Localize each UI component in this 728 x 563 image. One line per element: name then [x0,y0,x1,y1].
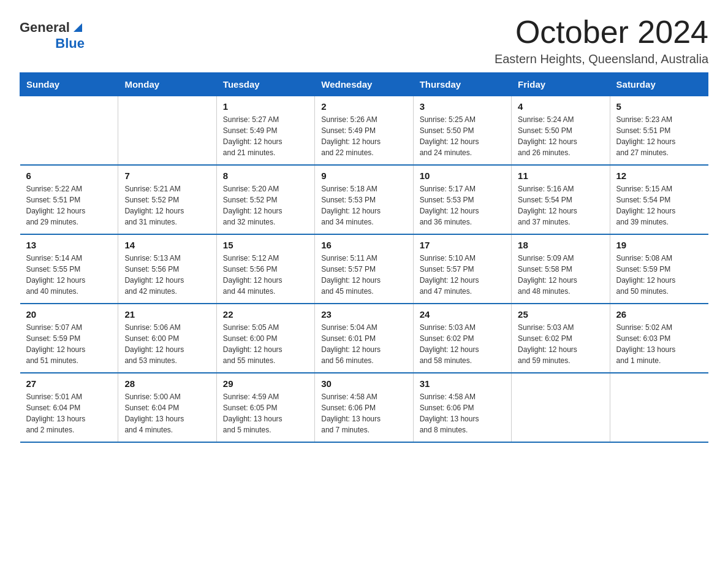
day-number: 4 [518,101,603,112]
weekday-header-tuesday: Tuesday [216,73,314,96]
day-number: 17 [420,240,505,250]
day-number: 6 [26,170,112,181]
day-info: Sunrise: 5:12 AM Sunset: 5:56 PM Dayligh… [223,253,308,297]
logo-triangle-icon [71,21,85,34]
calendar-cell: 18Sunrise: 5:09 AM Sunset: 5:58 PM Dayli… [512,234,610,304]
day-number: 2 [321,101,406,112]
day-number: 12 [616,170,702,181]
calendar-cell: 10Sunrise: 5:17 AM Sunset: 5:53 PM Dayli… [413,165,511,234]
calendar-cell [512,373,610,442]
location-title: Eastern Heights, Queensland, Australia [495,52,708,66]
day-number: 22 [223,309,308,320]
day-info: Sunrise: 5:21 AM Sunset: 5:52 PM Dayligh… [124,183,210,228]
day-info: Sunrise: 5:22 AM Sunset: 5:51 PM Dayligh… [26,183,112,228]
weekday-header-row: SundayMondayTuesdayWednesdayThursdayFrid… [20,73,708,96]
day-info: Sunrise: 5:26 AM Sunset: 5:49 PM Dayligh… [321,114,406,158]
calendar-cell: 29Sunrise: 4:59 AM Sunset: 6:05 PM Dayli… [216,373,314,442]
month-title: October 2024 [495,15,708,50]
calendar-cell: 1Sunrise: 5:27 AM Sunset: 5:49 PM Daylig… [216,96,314,166]
day-number: 14 [124,240,210,250]
weekday-header-wednesday: Wednesday [315,73,413,96]
day-number: 13 [26,240,112,250]
day-number: 3 [420,101,505,112]
title-block: October 2024 Eastern Heights, Queensland… [495,15,708,66]
calendar-cell: 26Sunrise: 5:02 AM Sunset: 6:03 PM Dayli… [610,304,708,373]
calendar-cell: 22Sunrise: 5:05 AM Sunset: 6:00 PM Dayli… [216,304,314,373]
day-info: Sunrise: 5:04 AM Sunset: 6:01 PM Dayligh… [321,322,406,366]
calendar-cell [118,96,216,166]
day-info: Sunrise: 5:02 AM Sunset: 6:03 PM Dayligh… [616,322,702,366]
calendar-cell: 4Sunrise: 5:24 AM Sunset: 5:50 PM Daylig… [512,96,610,166]
calendar-cell: 20Sunrise: 5:07 AM Sunset: 5:59 PM Dayli… [20,304,118,373]
day-info: Sunrise: 4:59 AM Sunset: 6:05 PM Dayligh… [223,391,308,435]
day-info: Sunrise: 5:03 AM Sunset: 6:02 PM Dayligh… [420,322,505,366]
day-number: 9 [321,170,406,181]
calendar-cell: 7Sunrise: 5:21 AM Sunset: 5:52 PM Daylig… [118,165,216,234]
weekday-header-monday: Monday [118,73,216,96]
calendar-table: SundayMondayTuesdayWednesdayThursdayFrid… [20,72,708,443]
day-number: 8 [223,170,308,181]
day-info: Sunrise: 5:15 AM Sunset: 5:54 PM Dayligh… [616,183,702,228]
day-number: 11 [518,170,603,181]
calendar-cell: 17Sunrise: 5:10 AM Sunset: 5:57 PM Dayli… [413,234,511,304]
day-info: Sunrise: 5:27 AM Sunset: 5:49 PM Dayligh… [223,114,308,158]
day-info: Sunrise: 5:10 AM Sunset: 5:57 PM Dayligh… [420,253,505,297]
calendar-cell: 21Sunrise: 5:06 AM Sunset: 6:00 PM Dayli… [118,304,216,373]
day-info: Sunrise: 5:20 AM Sunset: 5:52 PM Dayligh… [223,183,308,228]
day-number: 18 [518,240,603,250]
day-info: Sunrise: 4:58 AM Sunset: 6:06 PM Dayligh… [321,391,406,435]
day-number: 24 [420,309,505,320]
day-info: Sunrise: 5:16 AM Sunset: 5:54 PM Dayligh… [518,183,603,228]
day-info: Sunrise: 5:09 AM Sunset: 5:58 PM Dayligh… [518,253,603,297]
calendar-week-row: 27Sunrise: 5:01 AM Sunset: 6:04 PM Dayli… [20,373,708,442]
logo-blue: Blue [55,36,85,52]
calendar-week-row: 20Sunrise: 5:07 AM Sunset: 5:59 PM Dayli… [20,304,708,373]
day-info: Sunrise: 5:13 AM Sunset: 5:56 PM Dayligh… [124,253,210,297]
page-header: General Blue October 2024 Eastern Height… [20,15,708,66]
day-number: 21 [124,309,210,320]
calendar-week-row: 1Sunrise: 5:27 AM Sunset: 5:49 PM Daylig… [20,96,708,166]
day-number: 30 [321,378,406,389]
logo-general: General [20,20,70,36]
calendar-cell: 9Sunrise: 5:18 AM Sunset: 5:53 PM Daylig… [315,165,413,234]
day-number: 10 [420,170,505,181]
calendar-cell: 28Sunrise: 5:00 AM Sunset: 6:04 PM Dayli… [118,373,216,442]
calendar-cell: 14Sunrise: 5:13 AM Sunset: 5:56 PM Dayli… [118,234,216,304]
weekday-header-sunday: Sunday [20,73,118,96]
day-info: Sunrise: 5:11 AM Sunset: 5:57 PM Dayligh… [321,253,406,297]
calendar-cell [20,96,118,166]
calendar-cell: 11Sunrise: 5:16 AM Sunset: 5:54 PM Dayli… [512,165,610,234]
calendar-cell: 13Sunrise: 5:14 AM Sunset: 5:55 PM Dayli… [20,234,118,304]
day-info: Sunrise: 5:24 AM Sunset: 5:50 PM Dayligh… [518,114,603,158]
calendar-cell: 6Sunrise: 5:22 AM Sunset: 5:51 PM Daylig… [20,165,118,234]
calendar-cell: 31Sunrise: 4:58 AM Sunset: 6:06 PM Dayli… [413,373,511,442]
calendar-cell: 16Sunrise: 5:11 AM Sunset: 5:57 PM Dayli… [315,234,413,304]
day-number: 28 [124,378,210,389]
logo: General Blue [20,20,85,52]
day-info: Sunrise: 5:08 AM Sunset: 5:59 PM Dayligh… [616,253,702,297]
day-info: Sunrise: 5:25 AM Sunset: 5:50 PM Dayligh… [420,114,505,158]
calendar-cell: 3Sunrise: 5:25 AM Sunset: 5:50 PM Daylig… [413,96,511,166]
day-info: Sunrise: 4:58 AM Sunset: 6:06 PM Dayligh… [420,391,505,435]
day-number: 31 [420,378,505,389]
day-number: 15 [223,240,308,250]
day-info: Sunrise: 5:03 AM Sunset: 6:02 PM Dayligh… [518,322,603,366]
weekday-header-friday: Friday [512,73,610,96]
day-number: 23 [321,309,406,320]
day-number: 5 [616,101,702,112]
weekday-header-saturday: Saturday [610,73,708,96]
calendar-cell: 30Sunrise: 4:58 AM Sunset: 6:06 PM Dayli… [315,373,413,442]
day-number: 20 [26,309,112,320]
weekday-header-thursday: Thursday [413,73,511,96]
calendar-cell: 8Sunrise: 5:20 AM Sunset: 5:52 PM Daylig… [216,165,314,234]
calendar-week-row: 13Sunrise: 5:14 AM Sunset: 5:55 PM Dayli… [20,234,708,304]
calendar-cell: 27Sunrise: 5:01 AM Sunset: 6:04 PM Dayli… [20,373,118,442]
day-number: 1 [223,101,308,112]
day-number: 29 [223,378,308,389]
day-info: Sunrise: 5:05 AM Sunset: 6:00 PM Dayligh… [223,322,308,366]
calendar-cell: 19Sunrise: 5:08 AM Sunset: 5:59 PM Dayli… [610,234,708,304]
calendar-cell: 5Sunrise: 5:23 AM Sunset: 5:51 PM Daylig… [610,96,708,166]
calendar-cell: 15Sunrise: 5:12 AM Sunset: 5:56 PM Dayli… [216,234,314,304]
calendar-cell [610,373,708,442]
day-info: Sunrise: 5:18 AM Sunset: 5:53 PM Dayligh… [321,183,406,228]
